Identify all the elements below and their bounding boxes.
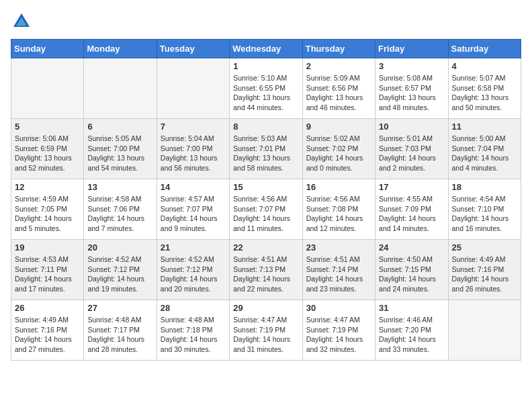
day-number: 21 [161, 242, 226, 253]
calendar-cell: 1Sunrise: 5:10 AM Sunset: 6:55 PM Daylig… [230, 58, 302, 119]
day-number: 30 [306, 303, 371, 313]
day-info: Sunrise: 5:07 AM Sunset: 6:58 PM Dayligh… [452, 73, 517, 113]
day-info: Sunrise: 4:47 AM Sunset: 7:19 PM Dayligh… [233, 315, 298, 355]
weekday-header-sunday: Sunday [11, 40, 84, 58]
calendar-cell: 19Sunrise: 4:53 AM Sunset: 7:11 PM Dayli… [11, 240, 84, 300]
day-number: 11 [452, 122, 517, 132]
weekday-header-wednesday: Wednesday [230, 40, 302, 58]
day-number: 16 [306, 182, 371, 192]
day-number: 10 [379, 122, 444, 132]
day-number: 22 [233, 242, 298, 253]
calendar-cell: 29Sunrise: 4:47 AM Sunset: 7:19 PM Dayli… [230, 300, 302, 361]
day-info: Sunrise: 4:59 AM Sunset: 7:05 PM Dayligh… [15, 194, 80, 234]
calendar-cell: 31Sunrise: 4:46 AM Sunset: 7:20 PM Dayli… [375, 300, 448, 361]
calendar-cell: 16Sunrise: 4:56 AM Sunset: 7:08 PM Dayli… [302, 179, 375, 240]
calendar-cell: 21Sunrise: 4:52 AM Sunset: 7:12 PM Dayli… [157, 240, 229, 300]
calendar-cell: 5Sunrise: 5:06 AM Sunset: 6:59 PM Daylig… [11, 119, 84, 179]
day-info: Sunrise: 4:54 AM Sunset: 7:10 PM Dayligh… [452, 194, 517, 234]
day-number: 3 [379, 61, 444, 71]
weekday-header-monday: Monday [84, 40, 157, 58]
calendar-cell: 12Sunrise: 4:59 AM Sunset: 7:05 PM Dayli… [11, 179, 84, 240]
logo-icon [11, 11, 32, 32]
day-info: Sunrise: 4:48 AM Sunset: 7:17 PM Dayligh… [87, 315, 152, 355]
day-info: Sunrise: 4:51 AM Sunset: 7:13 PM Dayligh… [233, 255, 298, 294]
day-number: 20 [87, 242, 152, 253]
day-number: 27 [87, 303, 152, 313]
day-info: Sunrise: 4:56 AM Sunset: 7:08 PM Dayligh… [306, 194, 371, 234]
day-number: 13 [87, 182, 152, 192]
weekday-header-friday: Friday [375, 40, 448, 58]
calendar-cell: 25Sunrise: 4:49 AM Sunset: 7:16 PM Dayli… [448, 240, 521, 300]
day-number: 4 [452, 61, 517, 71]
calendar-cell: 24Sunrise: 4:50 AM Sunset: 7:15 PM Dayli… [375, 240, 448, 300]
calendar-cell: 9Sunrise: 5:02 AM Sunset: 7:02 PM Daylig… [302, 119, 375, 179]
day-info: Sunrise: 4:47 AM Sunset: 7:19 PM Dayligh… [306, 315, 371, 355]
weekday-header-row: SundayMondayTuesdayWednesdayThursdayFrid… [11, 40, 521, 58]
calendar-cell: 10Sunrise: 5:01 AM Sunset: 7:03 PM Dayli… [375, 119, 448, 179]
day-number: 14 [161, 182, 226, 192]
calendar-week-row: 26Sunrise: 4:49 AM Sunset: 7:16 PM Dayli… [11, 300, 521, 361]
calendar-cell: 2Sunrise: 5:09 AM Sunset: 6:56 PM Daylig… [302, 58, 375, 119]
day-number: 18 [452, 182, 517, 192]
calendar-cell [11, 58, 84, 119]
calendar-cell [448, 300, 521, 361]
day-number: 24 [379, 242, 444, 253]
day-number: 12 [15, 182, 80, 192]
day-number: 6 [87, 122, 152, 132]
day-info: Sunrise: 5:09 AM Sunset: 6:56 PM Dayligh… [306, 73, 371, 113]
day-info: Sunrise: 5:08 AM Sunset: 6:57 PM Dayligh… [379, 73, 444, 113]
day-number: 7 [161, 122, 226, 132]
day-info: Sunrise: 4:53 AM Sunset: 7:11 PM Dayligh… [15, 255, 80, 294]
day-number: 31 [379, 303, 444, 313]
calendar-week-row: 12Sunrise: 4:59 AM Sunset: 7:05 PM Dayli… [11, 179, 521, 240]
day-number: 25 [452, 242, 517, 253]
calendar-cell: 23Sunrise: 4:51 AM Sunset: 7:14 PM Dayli… [302, 240, 375, 300]
day-number: 26 [15, 303, 80, 313]
calendar-cell: 7Sunrise: 5:04 AM Sunset: 7:00 PM Daylig… [157, 119, 229, 179]
calendar-cell: 8Sunrise: 5:03 AM Sunset: 7:01 PM Daylig… [230, 119, 302, 179]
calendar-cell: 26Sunrise: 4:49 AM Sunset: 7:16 PM Dayli… [11, 300, 84, 361]
weekday-header-saturday: Saturday [448, 40, 521, 58]
calendar-cell: 4Sunrise: 5:07 AM Sunset: 6:58 PM Daylig… [448, 58, 521, 119]
calendar-cell: 27Sunrise: 4:48 AM Sunset: 7:17 PM Dayli… [84, 300, 157, 361]
page-header [11, 11, 521, 32]
day-info: Sunrise: 5:03 AM Sunset: 7:01 PM Dayligh… [233, 134, 298, 173]
calendar-cell: 3Sunrise: 5:08 AM Sunset: 6:57 PM Daylig… [375, 58, 448, 119]
calendar-cell: 6Sunrise: 5:05 AM Sunset: 7:00 PM Daylig… [84, 119, 157, 179]
day-info: Sunrise: 5:02 AM Sunset: 7:02 PM Dayligh… [306, 134, 371, 173]
calendar-week-row: 1Sunrise: 5:10 AM Sunset: 6:55 PM Daylig… [11, 58, 521, 119]
weekday-header-thursday: Thursday [302, 40, 375, 58]
day-info: Sunrise: 4:51 AM Sunset: 7:14 PM Dayligh… [306, 255, 371, 294]
calendar-week-row: 19Sunrise: 4:53 AM Sunset: 7:11 PM Dayli… [11, 240, 521, 300]
day-info: Sunrise: 4:56 AM Sunset: 7:07 PM Dayligh… [233, 194, 298, 234]
day-info: Sunrise: 5:10 AM Sunset: 6:55 PM Dayligh… [233, 73, 298, 113]
calendar-cell: 22Sunrise: 4:51 AM Sunset: 7:13 PM Dayli… [230, 240, 302, 300]
day-info: Sunrise: 4:50 AM Sunset: 7:15 PM Dayligh… [379, 255, 444, 294]
calendar-cell: 28Sunrise: 4:48 AM Sunset: 7:18 PM Dayli… [157, 300, 229, 361]
logo [11, 11, 35, 32]
calendar-week-row: 5Sunrise: 5:06 AM Sunset: 6:59 PM Daylig… [11, 119, 521, 179]
day-number: 9 [306, 122, 371, 132]
day-number: 2 [306, 61, 371, 71]
calendar-cell [84, 58, 157, 119]
day-info: Sunrise: 4:58 AM Sunset: 7:06 PM Dayligh… [87, 194, 152, 234]
day-info: Sunrise: 5:04 AM Sunset: 7:00 PM Dayligh… [161, 134, 226, 173]
day-info: Sunrise: 4:49 AM Sunset: 7:16 PM Dayligh… [452, 255, 517, 294]
day-info: Sunrise: 4:55 AM Sunset: 7:09 PM Dayligh… [379, 194, 444, 234]
day-info: Sunrise: 4:52 AM Sunset: 7:12 PM Dayligh… [87, 255, 152, 294]
day-number: 17 [379, 182, 444, 192]
day-number: 15 [233, 182, 298, 192]
day-info: Sunrise: 5:01 AM Sunset: 7:03 PM Dayligh… [379, 134, 444, 173]
calendar-cell: 18Sunrise: 4:54 AM Sunset: 7:10 PM Dayli… [448, 179, 521, 240]
day-info: Sunrise: 5:06 AM Sunset: 6:59 PM Dayligh… [15, 134, 80, 173]
calendar-cell: 13Sunrise: 4:58 AM Sunset: 7:06 PM Dayli… [84, 179, 157, 240]
day-info: Sunrise: 4:57 AM Sunset: 7:07 PM Dayligh… [161, 194, 226, 234]
day-number: 23 [306, 242, 371, 253]
day-number: 5 [15, 122, 80, 132]
weekday-header-tuesday: Tuesday [157, 40, 229, 58]
calendar: SundayMondayTuesdayWednesdayThursdayFrid… [11, 39, 521, 361]
day-number: 8 [233, 122, 298, 132]
calendar-cell: 15Sunrise: 4:56 AM Sunset: 7:07 PM Dayli… [230, 179, 302, 240]
day-info: Sunrise: 4:49 AM Sunset: 7:16 PM Dayligh… [15, 315, 80, 355]
day-info: Sunrise: 4:48 AM Sunset: 7:18 PM Dayligh… [161, 315, 226, 355]
